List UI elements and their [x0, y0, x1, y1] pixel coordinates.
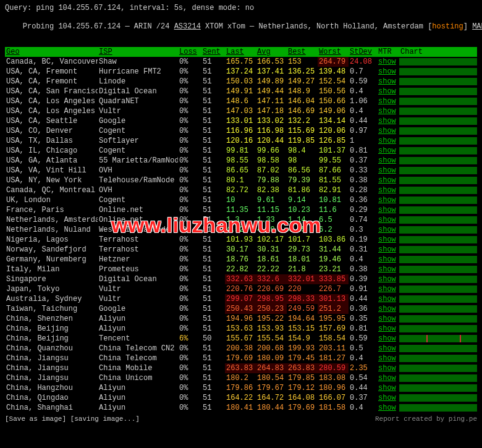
mtr-show-link[interactable]: show — [377, 57, 399, 67]
cell-loss: 6% — [178, 334, 201, 344]
mtr-show-link[interactable]: show — [377, 87, 399, 96]
cell-last: 4.52 — [225, 225, 256, 235]
mtr-show-link[interactable]: show — [377, 363, 399, 373]
cell-worst: 139.48 — [318, 67, 349, 77]
cell-isp: Google — [98, 116, 178, 126]
col-sent[interactable]: Sent — [201, 47, 225, 57]
mtr-show-link[interactable]: show — [377, 294, 399, 304]
table-row: China, JiangsuChina Telecom0%51179.69180… — [5, 353, 477, 363]
cell-loss: 0% — [178, 146, 201, 156]
mtr-show-link[interactable]: show — [377, 274, 399, 284]
mtr-show-link[interactable]: show — [377, 96, 399, 106]
mtr-show-link[interactable]: show — [377, 334, 399, 344]
cell-last: 180.41 — [225, 403, 256, 413]
mtr-show-link[interactable]: show — [377, 126, 399, 136]
mtr-show-link[interactable]: show — [377, 403, 399, 413]
cell-avg: 79.88 — [256, 175, 287, 185]
mtr-show-link[interactable]: show — [377, 77, 399, 87]
mtr-show-link[interactable]: show — [377, 284, 399, 294]
cell-avg: 153.93 — [256, 324, 287, 334]
cell-isp: Hurricane FMT2 — [98, 67, 178, 77]
mtr-show-link[interactable]: show — [377, 255, 399, 264]
mtr-show-link[interactable]: show — [377, 264, 399, 274]
mtr-show-link[interactable]: show — [377, 185, 399, 195]
cell-last: 149.91 — [225, 87, 256, 96]
cell-best: 81.86 — [287, 185, 318, 195]
cell-sent: 51 — [201, 344, 225, 353]
cell-loss: 0% — [178, 255, 201, 264]
cell-best: 199.93 — [287, 344, 318, 353]
chart-cell — [399, 146, 477, 156]
mtr-show-link[interactable]: show — [377, 324, 399, 334]
col-loss[interactable]: Loss — [178, 47, 201, 57]
cell-loss: 0% — [178, 57, 201, 67]
table-row: USA, CA, FremontLinode0%51150.03149.8914… — [5, 77, 477, 87]
mtr-show-link[interactable]: show — [377, 146, 399, 156]
cell-avg: 98.58 — [256, 156, 287, 166]
col-stdev[interactable]: StDev — [349, 47, 377, 57]
mtr-show-link[interactable]: show — [377, 314, 399, 324]
cell-sent: 51 — [201, 324, 225, 334]
cell-worst: 150.56 — [318, 87, 349, 96]
cell-last: 30.17 — [225, 245, 256, 255]
map-link[interactable]: MAP — [472, 22, 482, 31]
cell-worst: 99.55 — [318, 156, 349, 166]
col-last[interactable]: Last — [225, 47, 256, 57]
mtr-show-link[interactable]: show — [377, 205, 399, 215]
mtr-show-link[interactable]: show — [377, 344, 399, 353]
cell-geo: USA, IL, Chicago — [5, 146, 98, 156]
cell-avg: 82.38 — [256, 185, 287, 195]
mtr-show-link[interactable]: show — [377, 166, 399, 175]
cell-geo: USA, VA, Vint Hill — [5, 166, 98, 175]
mtr-show-link[interactable]: show — [377, 215, 399, 225]
col-avg[interactable]: Avg — [256, 47, 287, 57]
cell-stdev: 0.4 — [349, 87, 377, 96]
cell-worst: 150.66 — [318, 96, 349, 106]
mtr-show-link[interactable]: show — [377, 156, 399, 166]
mtr-show-link[interactable]: show — [377, 373, 399, 383]
mtr-show-link[interactable]: show — [377, 353, 399, 363]
table-row: China, QuanzhouChina Telecom CN20%51200.… — [5, 344, 477, 353]
cell-loss: 0% — [178, 195, 201, 205]
probe-mid: XTOM xTom — Netherlands, North Holland, … — [201, 22, 432, 31]
hosting-tag: hosting — [432, 22, 463, 31]
cell-stdev: 0.35 — [349, 314, 377, 324]
mtr-show-link[interactable]: show — [377, 304, 399, 314]
credit-text: Report created by ping.pe — [375, 415, 477, 423]
cell-last: 1.3 — [225, 215, 256, 225]
col-isp[interactable]: ISP — [98, 47, 178, 57]
cell-stdev: 0.81 — [349, 146, 377, 156]
mtr-show-link[interactable]: show — [377, 383, 399, 393]
mtr-show-link[interactable]: show — [377, 235, 399, 245]
cell-stdev: 0.4 — [349, 353, 377, 363]
cell-sent: 51 — [201, 185, 225, 195]
cell-worst: 180.96 — [318, 383, 349, 393]
chart-cell — [399, 126, 477, 136]
chart-cell — [399, 324, 477, 334]
col-geo[interactable]: Geo — [5, 47, 98, 57]
cell-loss: 0% — [178, 344, 201, 353]
mtr-show-link[interactable]: show — [377, 116, 399, 126]
cell-stdev: 0.36 — [349, 304, 377, 314]
mtr-show-link[interactable]: show — [377, 175, 399, 185]
table-row: UK, LondonCogent0%51109.619.1410.810.36s… — [5, 195, 477, 205]
cell-best: 263.83 — [287, 363, 318, 373]
mtr-show-link[interactable]: show — [377, 67, 399, 77]
cell-loss: 0% — [178, 393, 201, 403]
mtr-show-link[interactable]: show — [377, 393, 399, 403]
mtr-show-link[interactable]: show — [377, 195, 399, 205]
save-as-image-link[interactable]: Save as image — [9, 415, 62, 423]
chart-cell — [399, 96, 477, 106]
mtr-show-link[interactable]: show — [377, 245, 399, 255]
chart-cell — [399, 87, 477, 96]
cell-last: 200.38 — [225, 344, 256, 353]
mtr-show-link[interactable]: show — [377, 225, 399, 235]
cell-sent: 51 — [201, 106, 225, 116]
mtr-show-link[interactable]: show — [377, 106, 399, 116]
mtr-show-link[interactable]: show — [377, 136, 399, 146]
as-link[interactable]: AS3214 — [174, 22, 201, 31]
cell-stdev: 0.81 — [349, 324, 377, 334]
table-row: USA, GA, Atlanta55 Marietta/RamNode0%519… — [5, 156, 477, 166]
col-best[interactable]: Best — [287, 47, 318, 57]
col-worst[interactable]: Worst — [318, 47, 349, 57]
